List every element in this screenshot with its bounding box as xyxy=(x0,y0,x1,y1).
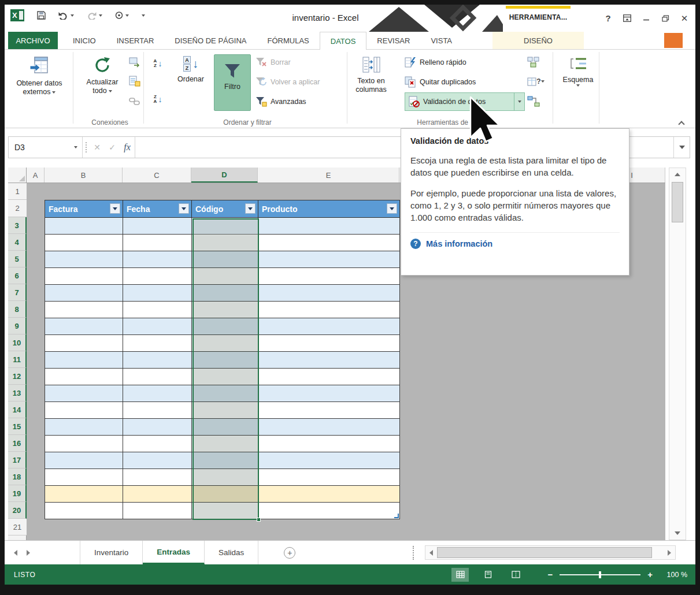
insert-function-button[interactable]: fx xyxy=(120,137,135,158)
cell-E8[interactable] xyxy=(258,302,400,318)
consolidate-button[interactable] xyxy=(526,54,541,69)
sort-ascending-button[interactable]: AZ ↓ xyxy=(147,55,169,72)
zoom-slider-thumb[interactable] xyxy=(599,571,601,578)
cell-B15[interactable] xyxy=(45,419,123,436)
cell-B9[interactable] xyxy=(45,318,123,335)
row-header-2[interactable]: 2 xyxy=(8,200,27,217)
table-resize-handle[interactable] xyxy=(394,514,399,518)
reapply-filter-button[interactable]: Volver a aplicar xyxy=(255,74,320,90)
cell-E15[interactable] xyxy=(258,419,400,436)
scroll-down-button[interactable] xyxy=(669,527,686,540)
undo-dropdown-icon[interactable] xyxy=(71,14,74,17)
cell-B12[interactable] xyxy=(45,369,123,385)
ribbon-tab-inicio[interactable]: INICIO xyxy=(62,32,106,49)
cell-B17[interactable] xyxy=(45,452,123,469)
ribbon-display-options-button[interactable] xyxy=(622,12,632,25)
data-validation-button[interactable]: Validación de datos xyxy=(405,92,525,111)
cell-C4[interactable] xyxy=(123,235,192,251)
cell-C5[interactable] xyxy=(123,251,192,268)
cell-E18[interactable] xyxy=(258,469,400,486)
select-all-button[interactable] xyxy=(8,168,27,183)
text-to-columns-button[interactable]: Texto en columnas xyxy=(351,53,391,116)
row-header-7[interactable]: 7 xyxy=(8,284,27,301)
new-sheet-button[interactable]: + xyxy=(284,547,295,559)
redo-dropdown-icon[interactable] xyxy=(99,14,102,17)
cell-E9[interactable] xyxy=(258,318,400,335)
cell-C19[interactable] xyxy=(123,486,192,503)
ribbon-tab-insertar[interactable]: INSERTAR xyxy=(106,32,165,49)
column-header-C[interactable]: C xyxy=(123,168,191,183)
zoom-out-button[interactable]: − xyxy=(547,570,553,579)
horizontal-scrollbar[interactable] xyxy=(425,545,676,560)
filter-dropdown-factura[interactable] xyxy=(110,203,120,214)
cell-C14[interactable] xyxy=(123,402,192,419)
close-button[interactable]: ✕ xyxy=(679,12,690,25)
row-header-20[interactable]: 20 xyxy=(8,502,27,519)
connections-button[interactable] xyxy=(127,54,142,69)
cell-E14[interactable] xyxy=(258,402,400,419)
cell-B3[interactable] xyxy=(45,218,123,235)
sheet-nav-left-button[interactable] xyxy=(14,550,17,556)
what-if-analysis-button[interactable]: ? xyxy=(526,74,546,89)
cancel-button[interactable]: ✕ xyxy=(90,137,105,158)
page-layout-view-button[interactable] xyxy=(479,568,497,582)
save-button[interactable] xyxy=(37,11,46,20)
cell-B11[interactable] xyxy=(45,352,123,369)
cell-E10[interactable] xyxy=(258,335,400,352)
cell-B20[interactable] xyxy=(45,503,123,519)
ribbon-tab-fórmulas[interactable]: FÓRMULAS xyxy=(257,32,320,49)
vertical-scrollbar[interactable] xyxy=(669,168,686,540)
horizontal-scroll-thumb[interactable] xyxy=(437,547,652,558)
cell-C12[interactable] xyxy=(123,369,192,385)
cell-E5[interactable] xyxy=(258,251,400,268)
row-header-13[interactable]: 13 xyxy=(8,385,27,401)
filter-button[interactable]: Filtro xyxy=(214,54,251,111)
cell-E6[interactable] xyxy=(258,268,400,285)
cell-E11[interactable] xyxy=(258,352,400,369)
cell-B18[interactable] xyxy=(45,469,123,486)
collapse-ribbon-button[interactable] xyxy=(677,120,686,127)
cell-C9[interactable] xyxy=(123,318,192,335)
customize-qat-button[interactable] xyxy=(142,14,145,17)
name-box-dropdown-icon[interactable] xyxy=(74,146,77,148)
row-header-14[interactable]: 14 xyxy=(8,401,27,418)
sheet-tab-entradas[interactable]: Entradas xyxy=(143,541,205,564)
account-badge[interactable] xyxy=(664,33,683,48)
cell-C20[interactable] xyxy=(123,503,192,519)
cell-B10[interactable] xyxy=(45,335,123,352)
ribbon-tab-vista[interactable]: VISTA xyxy=(420,32,462,49)
data-validation-dropdown[interactable] xyxy=(514,93,524,110)
ribbon-tab-diseno[interactable]: DISEÑO xyxy=(492,32,584,49)
more-info-link[interactable]: Más información xyxy=(426,239,492,248)
advanced-filter-button[interactable]: Avanzadas xyxy=(255,94,306,110)
expand-formula-bar-button[interactable] xyxy=(673,137,690,158)
row-header-6[interactable]: 6 xyxy=(8,267,27,284)
cell-B13[interactable] xyxy=(45,385,123,402)
cell-C3[interactable] xyxy=(123,218,192,235)
cell-E19[interactable] xyxy=(258,486,400,503)
cell-B19[interactable] xyxy=(45,486,123,503)
touch-mode-dropdown-icon[interactable] xyxy=(125,14,129,17)
vertical-scroll-thumb[interactable] xyxy=(672,182,683,222)
ribbon-tab-datos[interactable]: DATOS xyxy=(320,32,367,50)
cell-B16[interactable] xyxy=(45,436,123,452)
cell-C17[interactable] xyxy=(123,452,192,469)
normal-view-button[interactable] xyxy=(451,568,469,582)
cell-E7[interactable] xyxy=(258,285,400,302)
restore-button[interactable] xyxy=(660,12,671,25)
row-header-5[interactable]: 5 xyxy=(8,251,27,267)
column-header-D[interactable]: D xyxy=(191,168,258,183)
row-header-3[interactable]: 3 xyxy=(8,217,27,234)
cell-C18[interactable] xyxy=(123,469,192,486)
column-header-E[interactable]: E xyxy=(258,168,399,183)
cell-B14[interactable] xyxy=(45,402,123,419)
ribbon-tab-revisar[interactable]: REVISAR xyxy=(366,32,420,49)
minimize-button[interactable] xyxy=(641,12,651,25)
cell-E13[interactable] xyxy=(258,385,400,402)
cell-E17[interactable] xyxy=(258,452,400,469)
zoom-level[interactable]: 100 % xyxy=(661,571,687,579)
sheet-tab-inventario[interactable]: Inventario xyxy=(80,541,143,564)
redo-button[interactable] xyxy=(87,12,102,20)
row-header-18[interactable]: 18 xyxy=(8,468,27,485)
row-header-11[interactable]: 11 xyxy=(8,351,27,368)
